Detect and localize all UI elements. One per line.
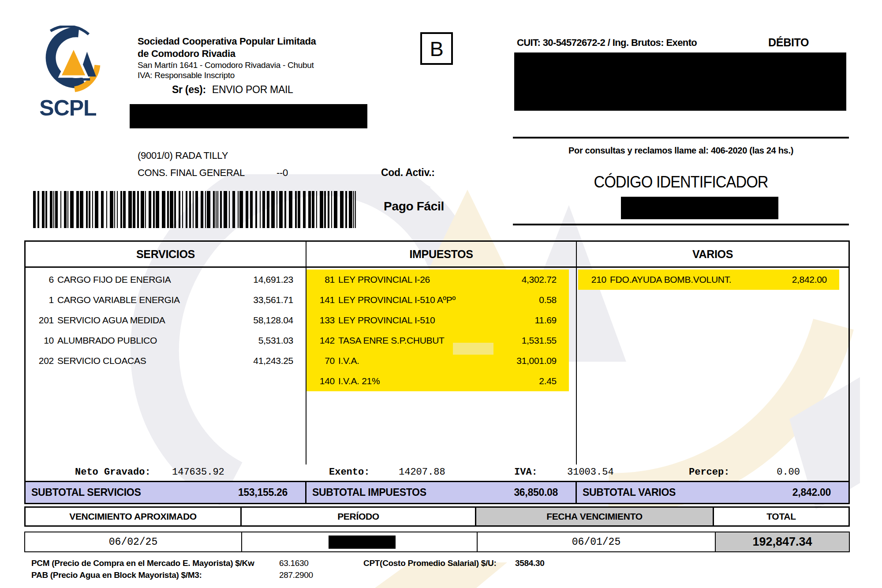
customer-category: CONS. FINAL GENERAL--0 bbox=[138, 167, 288, 179]
pcm-value: 63.1630 bbox=[279, 558, 309, 568]
item-value: 4,302.72 bbox=[522, 274, 557, 285]
company-logo: SCPL bbox=[34, 26, 105, 134]
item-code: 202 bbox=[31, 356, 54, 366]
redacted-customer-name bbox=[130, 104, 367, 128]
charges-table: SERVICIOS IMPUESTOS VARIOS 6 CARGO FIJO … bbox=[24, 240, 850, 504]
header-periodo: PERÍODO bbox=[242, 508, 476, 525]
subtotal-varios-value: 2,842.00 bbox=[792, 487, 831, 498]
pago-facil-label: Pago Fácil bbox=[384, 199, 444, 213]
item-value: 5,531.03 bbox=[258, 335, 293, 346]
header-total: TOTAL bbox=[714, 508, 848, 525]
item-value: 14,691.23 bbox=[253, 274, 293, 285]
percep-label: Percep: bbox=[689, 467, 729, 478]
scpl-logo-icon bbox=[34, 26, 101, 93]
table-row: 141 LEY PROVINCIAL I-510 AºPº 0.58 bbox=[306, 290, 569, 310]
item-label: I.V.A. 21% bbox=[338, 376, 539, 386]
item-code: 142 bbox=[312, 335, 335, 346]
table-row: 202 SERVICIO CLOACAS 41,243.25 bbox=[26, 351, 306, 371]
divider-line bbox=[513, 137, 849, 139]
invoice-type-letter: B bbox=[430, 37, 443, 61]
charges-table-body: 6 CARGO FIJO DE ENERGIA 14,691.23 1 CARG… bbox=[26, 268, 848, 464]
item-value: 11.69 bbox=[535, 315, 557, 326]
exento-value: 14207.88 bbox=[399, 467, 445, 478]
item-label: TASA ENRE S.P.CHUBUT bbox=[338, 335, 522, 346]
item-value: 1,531.55 bbox=[522, 335, 557, 346]
item-value: 58,128.04 bbox=[253, 315, 293, 326]
recipient-value: ENVIO POR MAIL bbox=[212, 84, 293, 95]
fecha-vencimiento-value: 06/01/25 bbox=[478, 532, 716, 551]
charges-table-header: SERVICIOS IMPUESTOS VARIOS bbox=[26, 242, 848, 268]
company-iva-line: IVA: Responsable Inscripto bbox=[138, 70, 316, 80]
item-label: CARGO FIJO DE ENERGIA bbox=[57, 274, 253, 285]
cpt-label: CPT(Costo Promedio Salarial) $/U: bbox=[363, 558, 497, 568]
percep-value: 0.00 bbox=[749, 467, 800, 478]
subtotal-row: SUBTOTAL SERVICIOS 153,155.26 SUBTOTAL I… bbox=[26, 481, 848, 503]
subtotal-servicios-label: SUBTOTAL SERVICIOS bbox=[31, 487, 141, 498]
item-label: LEY PROVINCIAL I-510 AºPº bbox=[338, 295, 539, 305]
redacted-periodo bbox=[329, 536, 396, 549]
subtotal-varios-label: SUBTOTAL VARIOS bbox=[583, 487, 676, 498]
header-vencimiento-aproximado: VENCIMIENTO APROXIMADO bbox=[26, 508, 242, 525]
item-label: I.V.A. bbox=[338, 356, 516, 366]
item-value: 33,561.71 bbox=[253, 295, 293, 305]
item-code: 140 bbox=[312, 376, 335, 386]
item-code: 210 bbox=[583, 274, 606, 285]
subtotal-impuestos-value: 36,850.08 bbox=[514, 487, 558, 498]
periodo-cell bbox=[242, 532, 478, 551]
table-row: 133 LEY PROVINCIAL I-510 11.69 bbox=[306, 310, 569, 330]
company-address: San Martín 1641 - Comodoro Rivadavia - C… bbox=[138, 60, 316, 70]
table-row: 140 I.V.A. 21% 2.45 bbox=[306, 371, 569, 391]
item-label: SERVICIO CLOACAS bbox=[57, 356, 253, 366]
payment-value-row: 06/02/25 06/01/25 192,847.34 bbox=[24, 532, 850, 552]
table-row: 6 CARGO FIJO DE ENERGIA 14,691.23 bbox=[26, 270, 306, 290]
item-label: LEY PROVINCIAL I-26 bbox=[338, 274, 522, 285]
item-label: SERVICIO AGUA MEDIDA bbox=[57, 315, 253, 326]
recipient-label: Sr (es): bbox=[172, 84, 206, 95]
exento-label: Exento: bbox=[329, 467, 370, 478]
redacted-codigo-identificador bbox=[621, 197, 778, 219]
subtotal-servicios-value: 153,155.26 bbox=[238, 487, 288, 498]
item-code: 81 bbox=[312, 274, 335, 285]
pab-value: 287.2900 bbox=[279, 570, 313, 580]
company-name-line2: de Comodoro Rivadia bbox=[138, 48, 316, 60]
neto-gravado-value: 147635.92 bbox=[172, 467, 224, 478]
table-row: 81 LEY PROVINCIAL I-26 4,302.72 bbox=[306, 270, 569, 290]
company-info: Sociedad Cooperativa Popular Limitada de… bbox=[138, 35, 316, 96]
item-label: FDO.AYUDA BOMB.VOLUNT. bbox=[610, 274, 792, 285]
column-header-varios: VARIOS bbox=[577, 242, 848, 266]
servicios-column: 6 CARGO FIJO DE ENERGIA 14,691.23 1 CARG… bbox=[26, 268, 306, 464]
barcode bbox=[33, 191, 356, 228]
item-value: 2.45 bbox=[539, 376, 557, 386]
subtotal-servicios: SUBTOTAL SERVICIOS 153,155.26 bbox=[26, 482, 306, 503]
customer-category-text: CONS. FINAL GENERAL bbox=[138, 167, 245, 178]
table-row: 210 FDO.AYUDA BOMB.VOLUNT. 2,842.00 bbox=[578, 270, 839, 290]
item-code: 201 bbox=[31, 315, 54, 326]
customer-category-suffix: --0 bbox=[277, 167, 288, 178]
iva-label: IVA: bbox=[514, 467, 538, 478]
item-label: ALUMBRADO PUBLICO bbox=[57, 335, 258, 346]
column-header-impuestos: IMPUESTOS bbox=[306, 242, 577, 266]
item-code: 141 bbox=[312, 295, 335, 305]
item-code: 6 bbox=[31, 274, 54, 285]
invoice-page: SCPL Sociedad Cooperativa Popular Limita… bbox=[0, 0, 882, 588]
header-fecha-vencimiento: FECHA VENCIMIENTO bbox=[476, 508, 714, 525]
subtotal-varios: SUBTOTAL VARIOS 2,842.00 bbox=[577, 482, 848, 503]
item-value: 0.58 bbox=[539, 295, 557, 305]
table-row: 142 TASA ENRE S.P.CHUBUT 1,531.55 bbox=[306, 330, 569, 351]
cpt-value: 3584.30 bbox=[515, 558, 545, 568]
redacted-account-block bbox=[514, 52, 846, 111]
total-value: 192,847.34 bbox=[716, 532, 849, 551]
item-label: CARGO VARIABLE ENERGIA bbox=[57, 295, 253, 305]
invoice-type-box: B bbox=[420, 32, 453, 65]
item-label: LEY PROVINCIAL I-510 bbox=[338, 315, 535, 326]
codigo-identificador-label: CÓDIGO IDENTIFICADOR bbox=[521, 173, 841, 191]
table-row: 10 ALUMBRADO PUBLICO 5,531.03 bbox=[26, 330, 306, 351]
customer-location: (9001/0) RADA TILLY bbox=[138, 150, 228, 161]
item-code: 1 bbox=[31, 295, 54, 305]
column-header-servicios: SERVICIOS bbox=[26, 242, 306, 266]
item-value: 41,243.25 bbox=[253, 356, 293, 366]
divider-line bbox=[513, 224, 849, 225]
subtotal-impuestos: SUBTOTAL IMPUESTOS 36,850.08 bbox=[306, 482, 577, 503]
tax-summary-row: Neto Gravado: 147635.92 Exento: 14207.88… bbox=[26, 464, 848, 481]
item-code: 133 bbox=[312, 315, 335, 326]
